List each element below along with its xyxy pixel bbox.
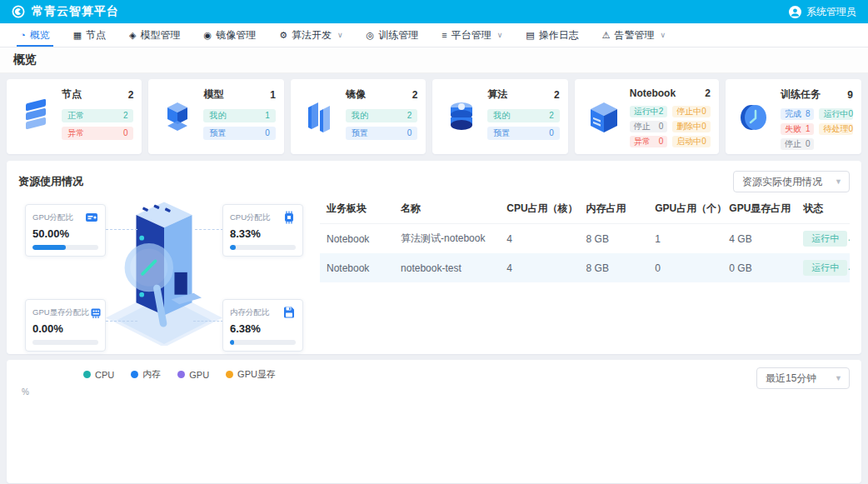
status-badge: 待处理0 xyxy=(819,123,853,135)
table-cell: 8 GB xyxy=(580,253,649,282)
badge-label: 异常 xyxy=(634,137,651,147)
table-column-header: GPU占用（个） xyxy=(648,194,722,224)
nav-item-overview[interactable]: ◔概览 xyxy=(8,23,62,47)
badge-label: 运行中 xyxy=(823,109,848,119)
gpu-card-icon xyxy=(85,211,98,224)
usage-chart-area xyxy=(18,397,850,472)
table-row[interactable]: Notebook算法测试-notebook48 GB14 GB运行中 xyxy=(320,224,850,254)
status-badge: 运行中2 xyxy=(630,106,668,117)
workload-table-container: 业务板块名称CPU占用（核）内存占用GPU占用（个）GPU显存占用状态 Note… xyxy=(320,194,850,346)
stat-card-title: 节点 xyxy=(62,87,82,102)
training-3d-icon xyxy=(732,87,777,147)
table-cell: 4 GB xyxy=(722,224,796,254)
stat-cards-row: 节点2正常2异常0模型1我的1预置0镜像2我的2预置0算法2我的2预置0Note… xyxy=(0,73,868,154)
badge-value: 0 xyxy=(701,137,706,147)
status-badge: 停止中0 xyxy=(672,106,711,117)
legend-item-gpu[interactable]: GPU xyxy=(177,368,209,381)
nav-item-nodes[interactable]: ▦节点 xyxy=(62,23,117,47)
gauge-value: 8.33% xyxy=(230,227,296,240)
stat-card-title: Notebook xyxy=(630,87,676,99)
connector-line xyxy=(106,321,137,322)
nav-item-operation-log[interactable]: ▤操作日志 xyxy=(514,23,590,47)
progress-bar xyxy=(32,340,98,345)
resource-section-title: 资源使用情况 xyxy=(18,174,83,189)
status-badge: 预置0 xyxy=(346,127,417,140)
images-3d-icon xyxy=(297,87,342,147)
table-row[interactable]: Notebooknotebook-test48 GB00 GB运行中 xyxy=(320,253,850,282)
app-header: 常青云智算平台 系统管理员 xyxy=(0,0,868,23)
legend-item-gpu显存[interactable]: GPU显存 xyxy=(226,368,276,381)
badge-column: 我的1预置0 xyxy=(203,105,275,140)
status-badge: 删除中0 xyxy=(672,121,711,132)
workload-table: 业务板块名称CPU占用（核）内存占用GPU占用（个）GPU显存占用状态 Note… xyxy=(320,194,850,282)
badge-value: 1 xyxy=(806,124,811,134)
nav-item-label: 节点 xyxy=(86,28,106,42)
progress-bar xyxy=(230,340,296,345)
dashboard-page: 常青云智算平台 系统管理员 ◔概览▦节点◈模型管理◉镜像管理⚙算法开发∨◎训练管… xyxy=(0,0,868,484)
table-column-header: 内存占用 xyxy=(580,194,649,224)
gauge-value: 6.38% xyxy=(230,322,296,335)
legend-item-内存[interactable]: 内存 xyxy=(131,368,161,381)
stat-card-total: 2 xyxy=(128,89,134,101)
table-cell: 1 xyxy=(648,224,722,254)
app-title: 常青云智算平台 xyxy=(32,4,119,19)
badge-label: 预置 xyxy=(352,128,368,138)
status-badge: 完成8 xyxy=(781,108,815,120)
stat-card-算法[interactable]: 算法2我的2预置0 xyxy=(432,79,567,154)
table-cell: Notebook xyxy=(320,224,394,254)
chevron-down-icon: ∨ xyxy=(661,31,666,39)
image-management-icon: ◉ xyxy=(204,30,212,41)
badge-label: 停止中 xyxy=(676,107,701,117)
nav-item-model-management[interactable]: ◈模型管理 xyxy=(117,23,192,47)
stat-card-节点[interactable]: 节点2正常2异常0 xyxy=(7,79,142,154)
nav-item-algorithm-dev[interactable]: ⚙算法开发∨ xyxy=(267,23,354,47)
nodes-icon: ▦ xyxy=(73,30,82,41)
operation-log-icon: ▤ xyxy=(526,30,534,41)
stat-card-模型[interactable]: 模型1我的1预置0 xyxy=(148,79,283,154)
nav-item-image-management[interactable]: ◉镜像管理 xyxy=(192,23,268,47)
badge-label: 停止 xyxy=(634,122,651,132)
nodes-3d-icon xyxy=(13,87,58,147)
status-badge: 正常2 xyxy=(62,109,133,122)
status-badge: 启动中0 xyxy=(672,136,711,147)
nav-item-platform-management[interactable]: ≡平台管理∨ xyxy=(430,23,514,47)
stat-card-total: 1 xyxy=(270,89,276,101)
time-range-dropdown[interactable]: 最近15分钟 ▼ xyxy=(756,367,850,389)
brand: 常青云智算平台 xyxy=(12,4,119,19)
badge-value: 0 xyxy=(659,137,664,147)
stat-card-title: 训练任务 xyxy=(781,87,821,102)
user-menu[interactable]: 系统管理员 xyxy=(789,5,856,19)
badge-column: 运行中2停止0异常0 xyxy=(630,102,668,147)
platform-logo-icon xyxy=(12,5,25,18)
chevron-down-icon: ▼ xyxy=(835,374,842,382)
nav-item-training-management[interactable]: ◎训练管理 xyxy=(355,23,431,47)
resource-usage-dropdown[interactable]: 资源实际使用情况 ▼ xyxy=(733,171,850,192)
stat-card-notebook[interactable]: Notebook2运行中2停止0异常0停止中0删除中0启动中0 xyxy=(575,79,719,154)
gauge-gpu-mem-chip: GPU显存分配比0.00% xyxy=(25,299,106,352)
gauge-cpu-chip: CPU分配比8.33% xyxy=(222,204,303,257)
nav-item-alarm-management[interactable]: ⚠告警管理∨ xyxy=(591,23,677,47)
badge-column: 停止中0删除中0启动中0 xyxy=(672,102,711,147)
badge-column: 我的2预置0 xyxy=(487,105,559,140)
gpu-mem-chip-icon xyxy=(89,306,102,319)
badge-value: 0 xyxy=(848,124,853,134)
badge-label: 异常 xyxy=(67,128,84,138)
badge-label: 启动中 xyxy=(676,137,701,147)
overview-icon: ◔ xyxy=(20,30,26,40)
connector-line xyxy=(195,229,223,230)
badge-value: 1 xyxy=(265,111,270,121)
stat-card-训练任务[interactable]: 训练任务9完成8失败1停止0运行中0待处理0 xyxy=(726,79,861,154)
badge-value: 0 xyxy=(265,128,270,138)
legend-label: CPU xyxy=(95,370,114,380)
stat-card-total: 2 xyxy=(412,89,418,101)
badge-label: 失败 xyxy=(785,124,801,134)
badge-value: 0 xyxy=(123,128,128,138)
table-cell: 0 GB xyxy=(722,253,796,282)
badge-column: 我的2预置0 xyxy=(346,105,417,140)
legend-item-cpu[interactable]: CPU xyxy=(83,368,114,381)
badge-column: 运行中0待处理0 xyxy=(819,105,853,150)
models-3d-icon xyxy=(155,87,200,147)
stat-card-total: 2 xyxy=(705,87,711,99)
stat-card-镜像[interactable]: 镜像2我的2预置0 xyxy=(291,79,426,154)
badge-label: 我的 xyxy=(352,111,368,121)
